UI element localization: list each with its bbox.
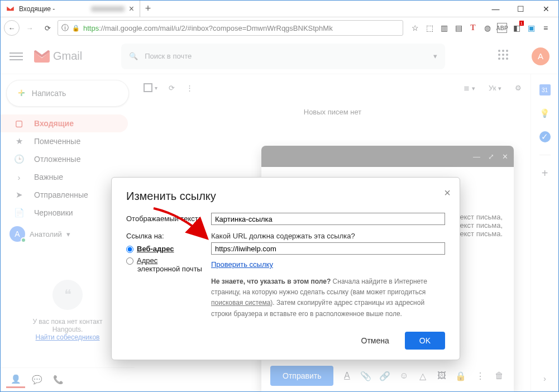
link-to-label: Ссылка на: xyxy=(126,232,211,240)
browser-titlebar: Входящие - × + — ☐ ✕ xyxy=(1,1,558,17)
menu-icon[interactable]: ≡ xyxy=(541,23,551,33)
radio-email-input[interactable] xyxy=(126,257,133,265)
tab-title: Входящие - xyxy=(19,5,87,13)
ext-icon-badge[interactable]: ◧1 xyxy=(512,23,522,33)
close-window-button[interactable]: ✕ xyxy=(533,1,558,17)
new-tab-button[interactable]: + xyxy=(140,1,156,17)
star-icon[interactable]: ☆ xyxy=(410,23,420,33)
radio-email-address[interactable]: Адресэлектронной почты xyxy=(126,256,211,273)
display-text-input[interactable] xyxy=(211,213,445,225)
radio-web-address[interactable]: Веб-адрес xyxy=(126,245,211,253)
gmail-favicon-icon xyxy=(6,4,15,13)
ext-icon-1[interactable]: ⬚ xyxy=(424,23,434,33)
ext-icon-4[interactable]: ◍ xyxy=(482,23,493,33)
window-controls: — ☐ ✕ xyxy=(483,1,558,17)
url-field[interactable]: ⓘ 🔒 https://mail.google.com/mail/u/2/#in… xyxy=(58,20,403,36)
abp-icon[interactable]: ABP xyxy=(497,23,507,33)
lock-icon: 🔒 xyxy=(72,25,80,32)
ext-icon-5[interactable]: ▣ xyxy=(526,23,536,33)
test-link[interactable]: Проверить ссылку xyxy=(211,260,273,269)
back-button[interactable]: ← xyxy=(4,20,20,36)
url-path: ://mail.google.com/mail/u/2/#inbox?compo… xyxy=(99,24,332,32)
maximize-button[interactable]: ☐ xyxy=(508,1,533,17)
close-dialog-icon[interactable]: × xyxy=(444,187,451,199)
tab-close-icon[interactable]: × xyxy=(129,4,134,14)
ext-icon-2[interactable]: ▥ xyxy=(439,23,449,33)
minimize-button[interactable]: — xyxy=(483,1,508,17)
cancel-button[interactable]: Отмена xyxy=(353,332,397,350)
forward-button[interactable]: → xyxy=(22,20,37,36)
info-icon: ⓘ xyxy=(61,23,69,33)
radio-web-input[interactable] xyxy=(126,246,133,253)
url-question-label: Какой URL должна содержать эта ссылка? xyxy=(211,232,445,240)
ext-icon-t[interactable]: T xyxy=(468,23,478,33)
browser-tab[interactable]: Входящие - × xyxy=(1,1,140,17)
address-bar: ← → ⟳ ⓘ 🔒 https://mail.google.com/mail/u… xyxy=(1,17,558,39)
hint-text: Не знаете, что указать в этом поле? Снач… xyxy=(211,276,445,319)
display-text-label: Отображаемый текст: xyxy=(126,213,211,225)
edit-link-dialog: × Изменить ссылку Отображаемый текст: Сс… xyxy=(111,177,460,360)
reload-button[interactable]: ⟳ xyxy=(40,20,55,36)
dialog-title: Изменить ссылку xyxy=(126,190,445,203)
ok-button[interactable]: OK xyxy=(405,332,445,350)
url-input[interactable] xyxy=(211,242,445,255)
url-scheme: https xyxy=(83,24,99,32)
extension-icons: ☆ ⬚ ▥ ▤ T ◍ ABP ◧1 ▣ ≡ xyxy=(405,23,555,33)
ext-icon-3[interactable]: ▤ xyxy=(453,23,464,33)
tab-blurred-text xyxy=(91,6,125,12)
